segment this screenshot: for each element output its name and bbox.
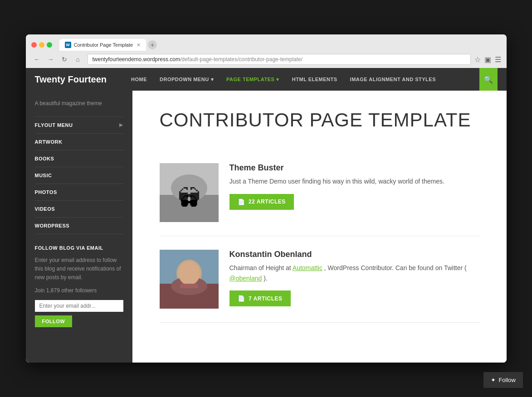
- contributor-theme-buster: 🕶 Theme Buster Just a Theme Demo user fi…: [160, 150, 479, 236]
- svg-rect-9: [180, 284, 198, 288]
- sidebar-item-flyout-label: FLYOUT MENU: [35, 122, 73, 128]
- site-logo[interactable]: Twenty Fourteen: [35, 74, 107, 85]
- contributor-name-theme-buster: Theme Buster: [229, 163, 479, 173]
- url-text: twentyfourteendemo.wordpress.com/default…: [93, 56, 466, 63]
- address-bar[interactable]: twentyfourteendemo.wordpress.com/default…: [88, 54, 471, 65]
- nav-item-home[interactable]: HOME: [125, 68, 153, 91]
- sidebar-item-wordpress-label: WORDPRESS: [35, 223, 70, 228]
- toolbar-icons: ☆ ▣ ☰: [474, 55, 501, 64]
- svg-point-8: [178, 261, 200, 285]
- articles-count-konstantin: 7 ARTICLES: [249, 295, 283, 302]
- search-button[interactable]: 🔍: [479, 68, 498, 91]
- sidebar-item-books-label: BOOKS: [35, 156, 54, 161]
- nav-item-image-alignment[interactable]: IMAGE ALIGNMENT AND STYLES: [344, 68, 442, 91]
- contributor-avatar-theme-buster: 🕶: [160, 163, 219, 222]
- contributor-name-konstantin: Konstantin Obenland: [229, 250, 479, 259]
- sidebar-item-books[interactable]: BOOKS: [35, 150, 123, 167]
- dropdown-arrow-icon: ▾: [211, 77, 214, 82]
- tab-title: Contributor Page Template: [74, 42, 133, 48]
- sidebar-item-photos-label: PHOTOS: [35, 189, 57, 195]
- minimize-button[interactable]: [39, 42, 44, 48]
- menu-icon[interactable]: ☰: [495, 55, 501, 64]
- flyout-arrow-icon: ▶: [119, 122, 123, 127]
- twitter-link[interactable]: @obenland: [229, 275, 262, 282]
- widget-description: Enter your email address to follow this …: [35, 256, 123, 282]
- new-tab-button[interactable]: +: [148, 40, 157, 49]
- sidebar-item-photos[interactable]: PHOTOS: [35, 184, 123, 201]
- nav-item-dropdown[interactable]: DROPDOWN MENU ▾: [153, 68, 220, 91]
- nav-menu: HOME DROPDOWN MENU ▾ PAGE TEMPLATES ▾ HT…: [125, 68, 479, 91]
- svg-text:🕶: 🕶: [178, 184, 200, 209]
- home-button[interactable]: ⌂: [72, 53, 84, 65]
- browser-window: W Contributor Page Template ✕ + ← → ↻ ⌂ …: [26, 34, 507, 363]
- email-input[interactable]: [35, 300, 123, 312]
- sidebar-menu: FLYOUT MENU ▶ ARTWORK BOOKS MUSIC PHOTOS: [35, 116, 123, 234]
- url-path: /default-page-templates/contributor-page…: [180, 56, 303, 63]
- browser-titlebar: W Contributor Page Template ✕ +: [26, 34, 507, 51]
- contributor-avatar-konstantin: [160, 250, 219, 309]
- website: Twenty Fourteen HOME DROPDOWN MENU ▾ PAG…: [26, 68, 507, 363]
- widget-join-text: Join 1,879 other followers: [35, 286, 123, 295]
- tab-bar: W Contributor Page Template ✕ +: [59, 39, 501, 51]
- sidebar-item-artwork[interactable]: ARTWORK: [35, 134, 123, 150]
- tab-favicon: W: [65, 42, 71, 48]
- sidebar-item-flyout[interactable]: FLYOUT MENU ▶: [35, 117, 123, 134]
- reload-button[interactable]: ↻: [59, 53, 70, 65]
- bio-middle: , WordPress Contributor. Can be found on…: [324, 264, 467, 271]
- contributor-bio-theme-buster: Just a Theme Demo user finding his way i…: [229, 176, 479, 186]
- articles-count-theme-buster: 22 ARTICLES: [249, 198, 286, 205]
- extensions-icon[interactable]: ▣: [484, 55, 491, 64]
- close-button[interactable]: [31, 42, 37, 48]
- maximize-button[interactable]: [47, 42, 52, 48]
- contributor-konstantin: Konstantin Obenland Chairman of Height a…: [160, 236, 479, 323]
- url-domain: twentyfourteendemo.wordpress.com: [93, 56, 180, 63]
- articles-icon-2: 📄: [238, 295, 245, 302]
- bio-prefix: Chairman of Height at: [229, 264, 293, 271]
- browser-toolbar: ← → ↻ ⌂ twentyfourteendemo.wordpress.com…: [26, 51, 507, 68]
- sidebar-item-artwork-label: ARTWORK: [35, 139, 63, 145]
- sidebar-item-music[interactable]: MUSIC: [35, 167, 123, 184]
- articles-icon: 📄: [238, 198, 245, 205]
- sidebar: A beautiful magazine theme FLYOUT MENU ▶…: [26, 91, 132, 363]
- bio-suffix: ).: [264, 275, 268, 282]
- bookmark-icon[interactable]: ☆: [474, 55, 481, 64]
- main-content: CONTRIBUTOR PAGE TEMPLATE 🕶 Theme Buster: [132, 91, 507, 363]
- nav-item-html-elements[interactable]: HTML ELEMENTS: [286, 68, 344, 91]
- page-templates-arrow-icon: ▾: [276, 77, 279, 82]
- follow-widget-label: Follow: [498, 377, 516, 383]
- site-body: A beautiful magazine theme FLYOUT MENU ▶…: [26, 91, 507, 363]
- widget-title: FOLLOW BLOG VIA EMAIL: [35, 245, 123, 251]
- articles-button-konstantin[interactable]: 📄 7 ARTICLES: [229, 290, 291, 306]
- sidebar-tagline: A beautiful magazine theme: [35, 100, 123, 107]
- follow-plus-icon: ✦: [491, 377, 496, 383]
- follow-via-email-widget: FOLLOW BLOG VIA EMAIL Enter your email a…: [35, 245, 123, 327]
- svg-rect-1: [160, 195, 219, 222]
- automattic-link[interactable]: Automattic: [293, 264, 322, 271]
- sidebar-item-videos[interactable]: VIDEOS: [35, 201, 123, 218]
- contributor-info-konstantin: Konstantin Obenland Chairman of Height a…: [229, 250, 479, 309]
- contributor-bio-konstantin: Chairman of Height at Automattic , WordP…: [229, 263, 479, 283]
- back-button[interactable]: ←: [31, 53, 43, 65]
- forward-button[interactable]: →: [45, 53, 57, 65]
- sidebar-item-wordpress[interactable]: WORDPRESS: [35, 218, 123, 234]
- search-icon: 🔍: [484, 75, 493, 84]
- sidebar-item-music-label: MUSIC: [35, 173, 52, 178]
- active-tab[interactable]: W Contributor Page Template ✕: [59, 39, 146, 51]
- contributor-info-theme-buster: Theme Buster Just a Theme Demo user find…: [229, 163, 479, 222]
- site-nav: Twenty Fourteen HOME DROPDOWN MENU ▾ PAG…: [26, 68, 507, 91]
- tab-close-icon[interactable]: ✕: [137, 42, 141, 48]
- traffic-lights: [31, 42, 52, 48]
- follow-widget[interactable]: ✦ Follow: [483, 372, 523, 388]
- nav-item-page-templates[interactable]: PAGE TEMPLATES ▾: [220, 68, 286, 91]
- articles-button-theme-buster[interactable]: 📄 22 ARTICLES: [229, 194, 294, 210]
- page-title: CONTRIBUTOR PAGE TEMPLATE: [160, 109, 479, 131]
- sidebar-item-videos-label: VIDEOS: [35, 206, 55, 212]
- follow-button[interactable]: FOLLOW: [35, 315, 73, 327]
- nav-buttons: ← → ↻ ⌂: [31, 53, 84, 65]
